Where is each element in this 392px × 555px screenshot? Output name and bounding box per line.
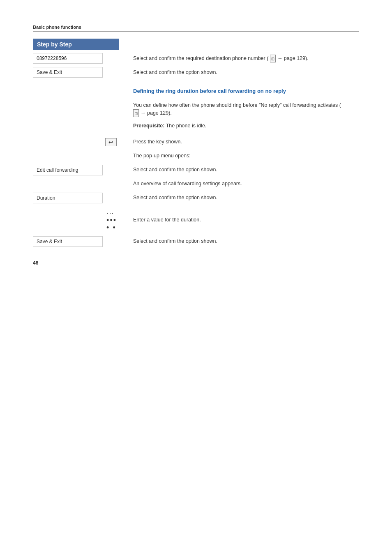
ref-icon-1: ◫ bbox=[270, 55, 276, 62]
prereq-right: Prerequisite: The phone is idle. bbox=[123, 122, 359, 134]
save-exit-left-2: Save & Exit bbox=[33, 235, 123, 248]
section-header: Basic phone functions bbox=[33, 25, 359, 32]
page-number: 46 bbox=[33, 260, 359, 266]
phone-number-box: 08972228596 bbox=[33, 53, 103, 64]
body-text-left bbox=[33, 101, 123, 114]
phone-number-desc: Select and confirm the required destinat… bbox=[123, 52, 359, 64]
save-exit-desc-2: Select and confirm the option shown. bbox=[123, 235, 359, 248]
step-by-step-header: Step by Step bbox=[33, 39, 119, 50]
body-text-row: You can define how often the phone shoul… bbox=[33, 101, 359, 120]
press-key-row: ↩ Press the key shown. bbox=[33, 136, 359, 148]
duration-row: Duration Select and confirm the option s… bbox=[33, 192, 359, 204]
phone-number-row: 08972228596 Select and confirm the requi… bbox=[33, 52, 359, 64]
heading-right: Defining the ring duration before call f… bbox=[123, 88, 359, 100]
heading-left bbox=[33, 88, 123, 100]
save-exit-box-1: Save & Exit bbox=[33, 67, 103, 78]
save-exit-desc-1: Select and confirm the option shown. bbox=[123, 66, 359, 78]
spacer-2 bbox=[33, 206, 359, 209]
duration-left: Duration bbox=[33, 192, 123, 204]
menu-key-icon: ↩ bbox=[105, 138, 117, 146]
overview-right: An overview of call forwarding settings … bbox=[123, 178, 359, 190]
keypad-desc: Enter a value for the duration. bbox=[123, 214, 359, 226]
save-exit-row-2: Save & Exit Select and confirm the optio… bbox=[33, 235, 359, 248]
popup-left bbox=[33, 150, 123, 162]
save-exit-row-1: Save & Exit Select and confirm the optio… bbox=[33, 66, 359, 78]
prereq-left bbox=[33, 122, 123, 134]
edit-call-fwd-left: Edit call forwarding bbox=[33, 164, 123, 176]
prereq-text: Prerequisite: The phone is idle. bbox=[133, 122, 359, 130]
phone-number-left: 08972228596 bbox=[33, 52, 123, 64]
step-by-step-row: Step by Step bbox=[33, 38, 359, 51]
keypad-row: ⋯•••• • Enter a value for the duration. bbox=[33, 209, 359, 231]
ref-icon-2: ◫ bbox=[133, 109, 139, 117]
overview-row: An overview of call forwarding settings … bbox=[33, 178, 359, 190]
save-exit-left-1: Save & Exit bbox=[33, 66, 123, 78]
keypad-icon: ⋯•••• • bbox=[106, 209, 117, 231]
duration-desc: Select and confirm the option shown. bbox=[123, 192, 359, 204]
body-text: You can define how often the phone shoul… bbox=[133, 101, 359, 117]
page: Basic phone functions Step by Step 08972… bbox=[0, 0, 392, 290]
step-by-step-right bbox=[123, 38, 359, 51]
prereq-row: Prerequisite: The phone is idle. bbox=[33, 122, 359, 134]
keypad-left: ⋯•••• • bbox=[33, 209, 123, 231]
popup-row: The pop-up menu opens: bbox=[33, 150, 359, 162]
edit-call-fwd-box: Edit call forwarding bbox=[33, 165, 103, 175]
step-by-step-left: Step by Step bbox=[33, 38, 123, 51]
save-exit-box-2: Save & Exit bbox=[33, 236, 103, 247]
duration-box: Duration bbox=[33, 193, 103, 203]
body-text-right: You can define how often the phone shoul… bbox=[123, 101, 359, 120]
press-key-left: ↩ bbox=[33, 136, 123, 148]
section-heading: Defining the ring duration before call f… bbox=[133, 88, 359, 95]
edit-call-fwd-row: Edit call forwarding Select and confirm … bbox=[33, 164, 359, 176]
popup-right: The pop-up menu opens: bbox=[123, 150, 359, 162]
overview-left bbox=[33, 178, 123, 190]
section-title: Basic phone functions bbox=[33, 25, 81, 30]
press-key-right: Press the key shown. bbox=[123, 136, 359, 148]
spacer-1 bbox=[33, 80, 359, 88]
edit-call-fwd-desc: Select and confirm the option shown. bbox=[123, 164, 359, 176]
heading-row: Defining the ring duration before call f… bbox=[33, 88, 359, 100]
